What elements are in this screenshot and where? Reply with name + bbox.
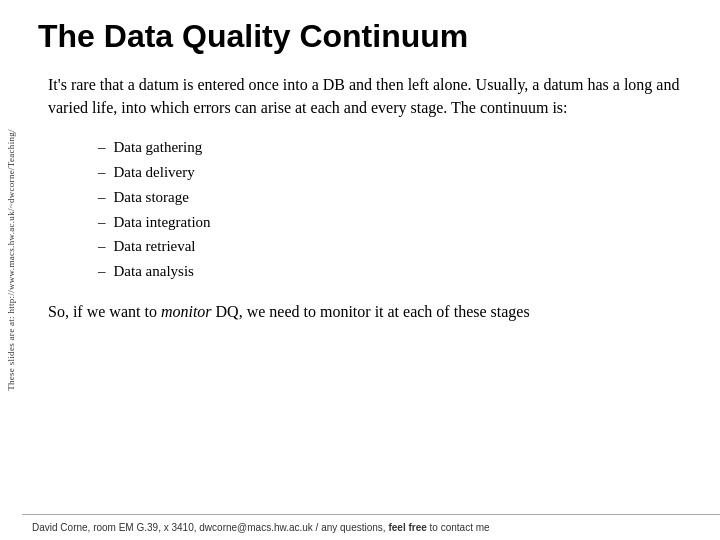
list-item: – Data retrieval xyxy=(98,234,692,259)
list-item-text: Data integration xyxy=(114,210,211,235)
list-item: – Data gathering xyxy=(98,135,692,160)
dash-icon: – xyxy=(98,160,106,185)
footer-text: David Corne, room EM G.39, x 3410, dwcor… xyxy=(32,522,490,533)
list-item-text: Data storage xyxy=(114,185,189,210)
list-item-text: Data gathering xyxy=(114,135,203,160)
list-item-text: Data analysis xyxy=(114,259,194,284)
dash-icon: – xyxy=(98,210,106,235)
list-item: – Data storage xyxy=(98,185,692,210)
dash-icon: – xyxy=(98,135,106,160)
dash-icon: – xyxy=(98,185,106,210)
footer-text-before: David Corne, room EM G.39, x 3410, dwcor… xyxy=(32,522,388,533)
sidebar: These slides are at: http://www.macs.hw.… xyxy=(0,0,22,520)
conclusion-text: So, if we want to monitor DQ, we need to… xyxy=(48,300,692,323)
list-item-text: Data delivery xyxy=(114,160,195,185)
main-content: The Data Quality Continuum It's rare tha… xyxy=(22,0,720,514)
slide-title: The Data Quality Continuum xyxy=(38,18,692,55)
list-item: – Data analysis xyxy=(98,259,692,284)
conclusion-part1: So, if we want to xyxy=(48,303,161,320)
conclusion-italic: monitor xyxy=(161,303,212,320)
sidebar-text: These slides are at: http://www.macs.hw.… xyxy=(6,129,16,391)
footer: David Corne, room EM G.39, x 3410, dwcor… xyxy=(22,514,720,540)
dash-icon: – xyxy=(98,259,106,284)
list-item: – Data integration xyxy=(98,210,692,235)
conclusion-part2: DQ, we need to monitor it at each of the… xyxy=(212,303,530,320)
intro-text: It's rare that a datum is entered once i… xyxy=(48,73,692,119)
list-item: – Data delivery xyxy=(98,160,692,185)
dash-icon: – xyxy=(98,234,106,259)
footer-text-after: to contact me xyxy=(427,522,490,533)
continuum-list: – Data gathering – Data delivery – Data … xyxy=(98,135,692,284)
list-item-text: Data retrieval xyxy=(114,234,196,259)
footer-bold-text: feel free xyxy=(388,522,426,533)
